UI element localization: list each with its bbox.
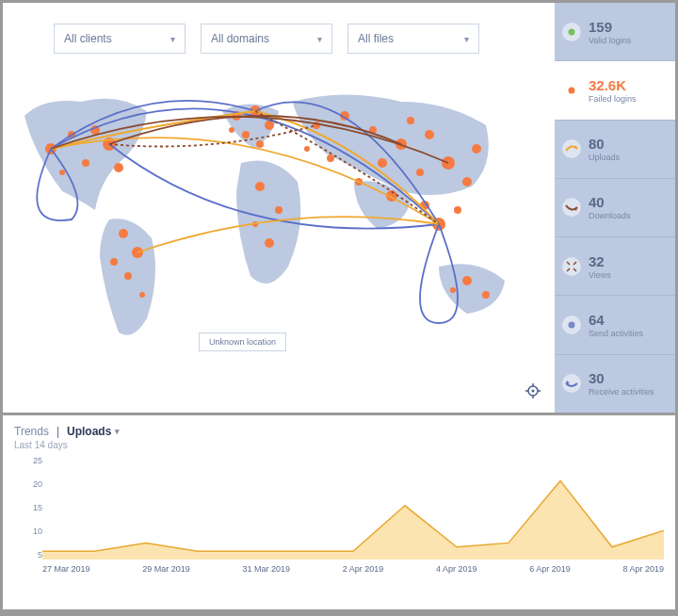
- stat-label: Views: [589, 270, 611, 280]
- x-tick: 8 Apr 2019: [622, 564, 664, 574]
- x-tick: 4 Apr 2019: [436, 564, 477, 574]
- stat-value: 40: [589, 194, 631, 210]
- stat-label: Failed logins: [589, 94, 637, 104]
- locate-button[interactable]: [523, 381, 543, 401]
- stat-value: 64: [589, 312, 643, 328]
- svg-point-36: [462, 276, 472, 285]
- stat-value: 80: [589, 136, 620, 152]
- stat-valid-logins[interactable]: 159Valid logins: [555, 3, 675, 60]
- stat-send-activities[interactable]: 64Send activities: [555, 295, 675, 353]
- arrow-down-icon: [562, 198, 581, 217]
- stat-label: Send activities: [589, 329, 643, 338]
- stat-value: 159: [589, 19, 631, 35]
- y-tick: 20: [33, 479, 42, 489]
- stat-label: Downloads: [589, 211, 631, 220]
- crosshair-icon: [525, 382, 541, 399]
- filter-files-label: All files: [358, 32, 394, 45]
- y-tick: 25: [33, 456, 42, 465]
- y-axis: 252015105: [14, 456, 42, 559]
- svg-point-49: [569, 28, 575, 35]
- chevron-down-icon: ▾: [115, 427, 120, 436]
- stat-value: 32: [589, 253, 611, 269]
- stats-sidebar: 159Valid logins32.6KFailed logins80Uploa…: [555, 3, 675, 413]
- separator: |: [56, 425, 59, 438]
- chart-plot: [42, 456, 664, 559]
- trends-chart: 252015105 27 Mar 201929 Mar 201931 Mar 2…: [14, 456, 664, 597]
- chevron-down-icon: ▾: [170, 34, 175, 44]
- svg-point-16: [256, 140, 264, 148]
- map-panel: All clients ▾ All domains ▾ All files ▾: [3, 3, 675, 413]
- stat-value: 32.6K: [589, 77, 637, 93]
- filter-clients-label: All clients: [64, 32, 112, 45]
- chevron-down-icon: ▾: [464, 34, 469, 44]
- svg-point-19: [275, 206, 282, 214]
- svg-point-35: [454, 206, 461, 214]
- svg-point-29: [416, 169, 424, 176]
- svg-point-20: [265, 238, 274, 248]
- dot-icon: [562, 23, 581, 41]
- stat-receive-activities[interactable]: 30Receive activities: [555, 354, 675, 413]
- arrow-up-icon: [562, 139, 581, 158]
- svg-point-38: [450, 287, 456, 293]
- dot-icon: [562, 81, 581, 100]
- svg-point-42: [407, 117, 414, 124]
- svg-point-17: [229, 127, 234, 133]
- x-tick: 2 Apr 2019: [343, 564, 384, 574]
- svg-point-40: [327, 154, 334, 162]
- trends-subtitle: Last 14 days: [14, 440, 664, 450]
- svg-point-18: [255, 182, 265, 191]
- expand-icon: [562, 257, 581, 276]
- svg-point-5: [59, 170, 65, 175]
- svg-point-9: [124, 272, 132, 280]
- svg-point-26: [425, 130, 434, 139]
- x-axis: 27 Mar 201929 Mar 201931 Mar 20192 Apr 2…: [42, 564, 664, 574]
- stat-label: Receive activities: [589, 387, 654, 397]
- trends-label: Trends: [14, 425, 49, 438]
- stat-label: Uploads: [589, 153, 620, 162]
- map-area: All clients ▾ All domains ▾ All files ▾: [3, 3, 555, 413]
- trends-selector[interactable]: Uploads ▾: [67, 425, 120, 438]
- svg-point-11: [110, 258, 118, 266]
- receive-icon: [562, 374, 581, 393]
- svg-point-30: [378, 158, 387, 168]
- trends-panel: Trends | Uploads ▾ Last 14 days 25201510…: [3, 415, 675, 609]
- svg-point-4: [82, 159, 89, 167]
- svg-point-37: [482, 291, 490, 299]
- svg-point-44: [532, 390, 535, 393]
- dot-icon: [562, 316, 581, 334]
- svg-point-28: [462, 177, 472, 186]
- unknown-location-badge: Unknown location: [199, 332, 286, 351]
- filter-files[interactable]: All files ▾: [347, 24, 479, 54]
- svg-point-15: [242, 131, 250, 138]
- svg-point-10: [139, 292, 145, 298]
- stat-label: Valid logins: [589, 36, 631, 45]
- filter-bar: All clients ▾ All domains ▾ All files ▾: [54, 24, 479, 54]
- svg-point-50: [569, 87, 575, 93]
- svg-point-51: [569, 322, 575, 329]
- stat-uploads[interactable]: 80Uploads: [555, 120, 675, 178]
- svg-point-6: [114, 163, 123, 172]
- trends-header: Trends | Uploads ▾: [14, 425, 664, 438]
- trends-selected: Uploads: [67, 425, 111, 438]
- svg-point-7: [119, 229, 128, 238]
- y-tick: 10: [33, 527, 42, 536]
- world-map[interactable]: [3, 59, 555, 370]
- chevron-down-icon: ▾: [317, 34, 322, 44]
- stat-views[interactable]: 32Views: [555, 236, 675, 295]
- filter-domains-label: All domains: [211, 32, 269, 45]
- x-tick: 6 Apr 2019: [529, 564, 571, 574]
- stat-value: 30: [589, 370, 654, 386]
- stat-downloads[interactable]: 40Downloads: [555, 178, 675, 236]
- filter-clients[interactable]: All clients ▾: [54, 24, 186, 54]
- svg-point-41: [472, 144, 481, 154]
- x-tick: 31 Mar 2019: [242, 564, 290, 574]
- filter-domains[interactable]: All domains ▾: [201, 24, 332, 54]
- svg-point-14: [265, 121, 274, 130]
- x-tick: 27 Mar 2019: [42, 564, 90, 574]
- x-tick: 29 Mar 2019: [142, 564, 190, 574]
- y-tick: 15: [33, 503, 42, 512]
- stat-failed-logins[interactable]: 32.6KFailed logins: [555, 60, 675, 119]
- svg-point-39: [304, 146, 310, 152]
